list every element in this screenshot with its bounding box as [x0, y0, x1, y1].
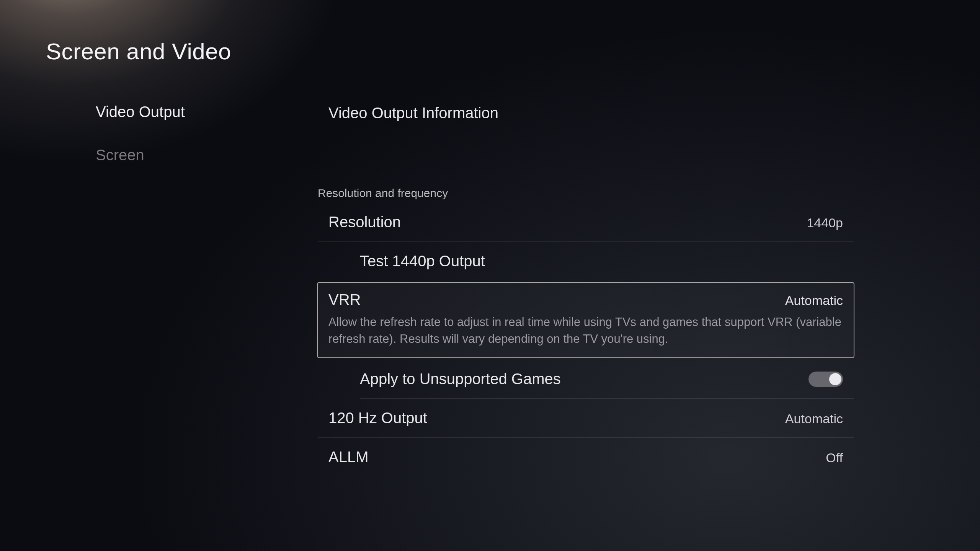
section-header-resolution-frequency: Resolution and frequency: [318, 184, 854, 203]
page-title: Screen and Video: [46, 38, 231, 65]
setting-vrr[interactable]: VRR Automatic Allow the refresh rate to …: [317, 282, 854, 358]
setting-value: 1440p: [807, 215, 843, 230]
setting-value: Off: [826, 450, 843, 465]
setting-test-1440p-output[interactable]: Test 1440p Output: [318, 242, 854, 280]
video-output-information-link[interactable]: Video Output Information: [318, 103, 854, 122]
setting-label: ALLM: [328, 448, 369, 466]
setting-120hz-output[interactable]: 120 Hz Output Automatic: [318, 399, 854, 437]
setting-description: Allow the refresh rate to adjust in real…: [328, 314, 843, 347]
setting-label: Test 1440p Output: [360, 253, 485, 270]
setting-resolution[interactable]: Resolution 1440p: [318, 203, 854, 241]
toggle-switch[interactable]: [808, 372, 843, 387]
setting-apply-unsupported-games[interactable]: Apply to Unsupported Games: [318, 360, 854, 398]
setting-value: Automatic: [785, 293, 843, 308]
settings-content: Video Output Information Resolution and …: [318, 103, 854, 476]
toggle-knob: [829, 373, 841, 385]
setting-label: Resolution: [328, 214, 401, 231]
settings-sidebar: Video Output Screen: [96, 103, 279, 164]
setting-value: Automatic: [785, 411, 843, 426]
setting-allm[interactable]: ALLM Off: [318, 438, 854, 476]
setting-label: 120 Hz Output: [328, 409, 427, 427]
sidebar-item-video-output[interactable]: Video Output: [96, 103, 279, 121]
sidebar-item-screen[interactable]: Screen: [96, 147, 279, 164]
setting-label: Apply to Unsupported Games: [360, 370, 561, 388]
setting-label: VRR: [328, 291, 361, 308]
menu-item-label: Video Output Information: [328, 104, 498, 122]
